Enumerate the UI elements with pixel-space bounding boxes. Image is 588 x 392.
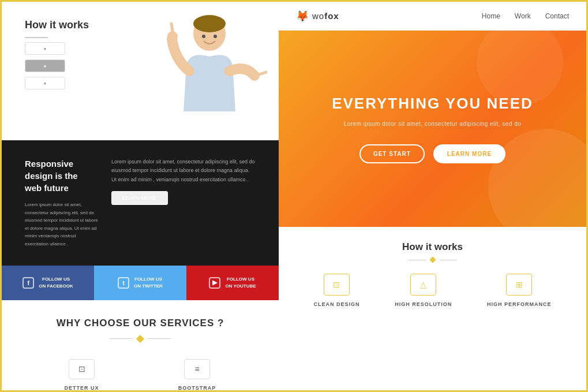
- svg-point-1: [193, 15, 226, 32]
- app-container: How it works ● ● ●: [2, 2, 586, 390]
- youtube-label: FOLLOW USON YOUTUBE: [225, 276, 256, 289]
- person-image: [152, 8, 267, 135]
- why-choose-section: WHY CHOOSE OUR SERVICES ? ⊡ DETTER UX ≡ …: [2, 300, 279, 390]
- hero-title: EVERYTHING YOU NEED: [332, 95, 533, 113]
- twitter-icon: t: [118, 277, 129, 289]
- facebook-icon: f: [23, 277, 34, 289]
- how-divider-line-left: [409, 260, 426, 260]
- detter-ux-icon: ⊡: [69, 359, 95, 379]
- step-box-2: ●: [25, 59, 65, 72]
- facebook-label: FOLLOW USON FACEBOOK: [39, 276, 73, 289]
- logo-text: wofox: [312, 11, 339, 21]
- bootstrap-icon: ≡: [184, 359, 210, 379]
- hero-section: EVERYTHING YOU NEED Lorem ipsum dolor si…: [279, 31, 586, 227]
- person-svg: [152, 8, 267, 135]
- learn-more-hero-button[interactable]: LEARN MORE: [433, 144, 505, 163]
- twitter-social[interactable]: t FOLLOW USON TWITTER: [94, 266, 186, 300]
- feature-high-resolution: △ HIGH RESOLUTION: [395, 274, 452, 307]
- feature-clean-design: ⊡ CLEAN DESIGN: [313, 274, 359, 307]
- right-panel: 🦊 wofox Home Work Contact EVERYTHING YOU…: [279, 2, 586, 390]
- left-top-section: How it works ● ● ●: [2, 2, 279, 140]
- high-performance-icon: ⊞: [506, 274, 532, 296]
- how-divider-line-right: [440, 260, 457, 260]
- how-it-works-section: How it works ⊡ CLEAN DESIGN △ HIGH RESOL…: [279, 227, 586, 390]
- learn-more-button[interactable]: LEARN MORE: [111, 191, 168, 205]
- svg-point-2: [167, 31, 178, 42]
- nav-work[interactable]: Work: [515, 12, 531, 20]
- dark-desc-text: Lorem ipsum dolor sit amet, consectetur …: [111, 158, 256, 184]
- clean-design-label: CLEAN DESIGN: [313, 301, 359, 307]
- twitter-label: FOLLOW USON TWITTER: [134, 276, 163, 289]
- dark-body-text: Lorem ipsum dolor sit amet, consectetur …: [25, 201, 100, 248]
- service-detter-ux: ⊡ DETTER UX: [65, 359, 99, 390]
- divider-line-right: [148, 338, 171, 339]
- hero-buttons: GET START LEARN MORE: [359, 144, 505, 163]
- youtube-social[interactable]: ▶ FOLLOW USON YOUTUBE: [186, 266, 279, 300]
- dark-content: Responsive design is the web future Lore…: [25, 158, 256, 248]
- step-box-1: ●: [25, 42, 65, 55]
- feature-high-performance: ⊞ HIGH PERFORMANCE: [487, 274, 552, 307]
- divider-line-left: [110, 338, 133, 339]
- social-bar: f FOLLOW USON FACEBOOK t FOLLOW USON TWI…: [2, 266, 279, 300]
- navigation: 🦊 wofox Home Work Contact: [279, 2, 586, 31]
- clean-design-icon: ⊡: [324, 274, 350, 296]
- left-dark-section: Responsive design is the web future Lore…: [2, 140, 279, 266]
- svg-line-3: [171, 24, 173, 31]
- facebook-social[interactable]: f FOLLOW USON FACEBOOK: [2, 266, 94, 300]
- hero-subtitle: Lorem ipsum dolor sit amet, consectetur …: [344, 121, 522, 127]
- high-resolution-icon: △: [410, 274, 436, 296]
- dark-heading: Responsive design is the web future: [25, 158, 94, 194]
- divider-diamond: [136, 334, 144, 342]
- title-underline: [25, 37, 48, 38]
- get-start-button[interactable]: GET START: [359, 144, 425, 163]
- dark-right: Lorem ipsum dolor sit amet, consectetur …: [111, 158, 256, 248]
- how-divider-diamond: [429, 256, 436, 263]
- nav-logo: 🦊 wofox: [296, 10, 339, 23]
- why-choose-title: WHY CHOOSE OUR SERVICES ?: [25, 318, 256, 329]
- dark-left: Responsive design is the web future Lore…: [25, 158, 100, 248]
- why-divider: [25, 336, 256, 342]
- high-resolution-label: HIGH RESOLUTION: [395, 301, 452, 307]
- svg-point-4: [249, 70, 260, 81]
- high-performance-label: HIGH PERFORMANCE: [487, 301, 552, 307]
- nav-links: Home Work Contact: [482, 12, 569, 20]
- left-panel: How it works ● ● ●: [2, 2, 279, 390]
- detter-ux-label: DETTER UX: [65, 385, 99, 390]
- services-row: ⊡ DETTER UX ≡ BOOTSTRAP: [25, 359, 256, 390]
- service-bootstrap: ≡ BOOTSTRAP: [178, 359, 216, 390]
- how-it-works-title-right: How it works: [296, 241, 569, 253]
- step-box-3: ●: [25, 77, 65, 89]
- svg-point-7: [214, 35, 217, 38]
- step-boxes: ● ● ●: [25, 42, 65, 89]
- bootstrap-label: BOOTSTRAP: [178, 385, 216, 390]
- nav-home[interactable]: Home: [482, 12, 500, 20]
- features-row: ⊡ CLEAN DESIGN △ HIGH RESOLUTION ⊞ HIGH …: [296, 274, 569, 307]
- youtube-icon: ▶: [209, 277, 220, 289]
- svg-point-6: [202, 35, 205, 38]
- svg-line-5: [259, 72, 266, 74]
- how-divider: [296, 257, 569, 262]
- logo-icon: 🦊: [296, 10, 309, 23]
- nav-contact[interactable]: Contact: [545, 12, 569, 20]
